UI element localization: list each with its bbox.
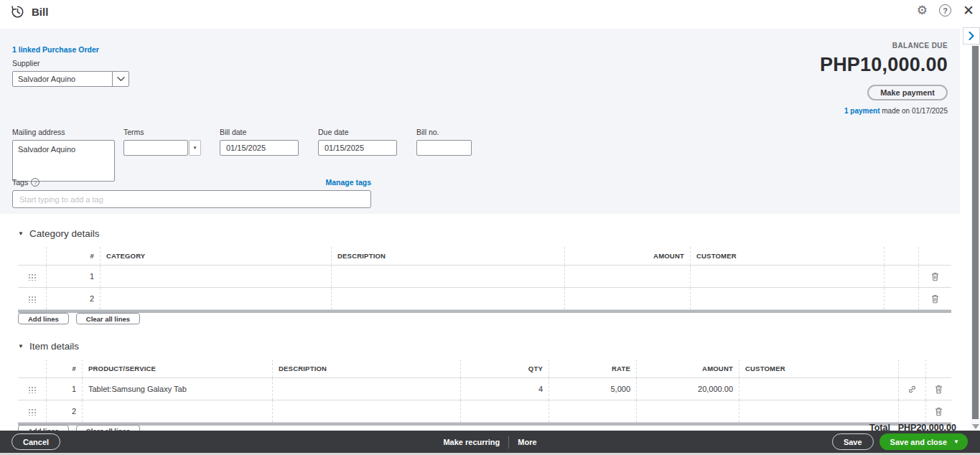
drag-handle[interactable] [28,408,36,416]
make-recurring-button[interactable]: Make recurring [443,438,500,446]
tags-help-icon[interactable]: ? [31,178,39,187]
due-date-input[interactable] [318,140,397,156]
delete-row-icon[interactable] [931,272,939,281]
page-title: Bill [32,6,48,18]
item-details-toggle[interactable]: ▼ Item details [18,341,79,352]
scrollbar-down-arrow[interactable] [972,424,979,429]
bill-form-window: Bill ⚙ ? ✕ 1 linked Purchase Order Suppl… [0,0,980,455]
col-product-service: PRODUCT/SERVICE [83,360,273,377]
bill-header-panel: 1 linked Purchase Order Supplier BALANCE… [0,29,960,214]
linked-transaction-icon[interactable] [907,385,917,394]
settings-gear-icon[interactable]: ⚙ [917,4,928,17]
delete-row-icon[interactable] [931,294,939,304]
top-bar: Bill ⚙ ? ✕ [0,0,980,29]
customer-cell[interactable] [691,266,885,287]
category-details-title: Category details [29,228,100,239]
category-cell[interactable] [101,266,332,287]
collapse-triangle-icon: ▼ [18,230,24,237]
amount-cell[interactable] [565,288,691,309]
footer-divider [508,436,509,449]
item-row-1: 1 Tablet:Samsung Galaxy Tab 4 5,000 20,0… [18,378,951,400]
save-and-close-button[interactable]: Save and close ▼ [879,433,968,450]
make-payment-button[interactable]: Make payment [867,85,948,100]
amount-cell[interactable]: 20,000.00 [637,378,739,400]
amount-cell[interactable] [637,400,739,422]
description-cell[interactable] [273,400,461,422]
description-cell[interactable] [273,378,461,400]
col-customer: CUSTOMER [691,247,885,265]
item-table-header: # PRODUCT/SERVICE DESCRIPTION QTY RATE A… [18,360,951,378]
rate-cell[interactable] [549,400,637,422]
expand-panel-button[interactable] [963,27,980,44]
linked-purchase-order-link[interactable]: 1 linked Purchase Order [12,45,99,54]
category-table: # CATEGORY DESCRIPTION AMOUNT CUSTOMER 1… [18,247,951,313]
category-row-2: 2 [18,288,951,310]
delete-row-icon[interactable] [935,407,943,416]
col-number: # [47,360,83,377]
cancel-button[interactable]: Cancel [11,433,60,450]
footer-center-actions: Make recurring More [443,431,536,453]
product-service-cell[interactable] [83,400,273,422]
customer-cell[interactable] [739,378,899,400]
balance-due-label: BALANCE DUE [820,42,948,50]
description-cell[interactable] [332,288,565,309]
col-amount: AMOUNT [637,360,739,377]
supplier-chevron-down-icon[interactable] [112,72,129,86]
description-cell[interactable] [332,266,565,287]
save-and-close-label: Save and close [890,438,948,446]
amount-cell[interactable] [565,266,691,287]
manage-tags-link[interactable]: Manage tags [325,178,371,187]
col-category: CATEGORY [101,247,332,265]
item-row-2: 2 [18,400,951,423]
mailing-address-input[interactable]: Salvador Aquino [12,140,115,182]
rate-cell[interactable]: 5,000 [549,378,637,400]
help-icon[interactable]: ? [939,4,951,17]
drag-handle[interactable] [28,385,36,393]
payment-made-link[interactable]: 1 payment [844,107,879,115]
more-button[interactable]: More [518,438,536,446]
terms-input[interactable] [123,140,188,156]
terms-chevron-down-icon[interactable]: ▾ [189,140,201,156]
save-button[interactable]: Save [832,433,874,450]
qty-cell[interactable] [461,400,549,422]
customer-cell[interactable] [739,400,899,422]
col-customer: CUSTOMER [739,360,899,377]
row-number: 2 [47,288,101,309]
supplier-input[interactable] [13,72,112,86]
tags-field: Tags ? Manage tags [12,178,371,208]
item-table: # PRODUCT/SERVICE DESCRIPTION QTY RATE A… [18,360,951,426]
customer-cell[interactable] [691,288,885,309]
clear-all-lines-button[interactable]: Clear all lines [76,313,140,324]
col-rate: RATE [549,360,637,377]
item-details-title: Item details [29,341,79,352]
bill-date-label: Bill date [220,128,299,136]
col-description: DESCRIPTION [273,360,461,377]
vertical-scrollbar[interactable] [971,29,980,432]
due-date-field: Due date [318,128,397,156]
delete-row-icon[interactable] [935,385,943,394]
bill-no-label: Bill no. [416,128,472,136]
recent-transactions-icon[interactable] [10,4,25,19]
category-details-toggle[interactable]: ▼ Category details [18,228,99,239]
drag-handle[interactable] [28,273,36,281]
supplier-combobox[interactable] [12,71,129,87]
category-cell[interactable] [101,288,332,309]
collapse-triangle-icon: ▼ [18,343,24,350]
mailing-address-label: Mailing address [12,128,115,136]
bill-date-field: Bill date [220,128,299,156]
balance-due-block: BALANCE DUE PHP10,000.00 Make payment 1 … [820,42,948,115]
scrollbar-thumb[interactable] [972,46,979,419]
add-lines-button[interactable]: Add lines [18,313,69,324]
row-number: 2 [47,400,83,422]
tags-input[interactable] [12,190,371,208]
bill-no-input[interactable] [416,140,472,156]
drag-handle[interactable] [28,295,36,303]
close-icon[interactable]: ✕ [963,4,974,17]
bill-date-input[interactable] [220,140,299,156]
action-footer: Cancel Make recurring More Save Save and… [0,431,980,453]
product-service-cell[interactable]: Tablet:Samsung Galaxy Tab [83,378,273,400]
terms-field: Terms ▾ [123,128,201,156]
category-table-actions: Add lines Clear all lines [18,313,140,324]
balance-due-amount: PHP10,000.00 [820,54,948,76]
qty-cell[interactable]: 4 [461,378,549,400]
